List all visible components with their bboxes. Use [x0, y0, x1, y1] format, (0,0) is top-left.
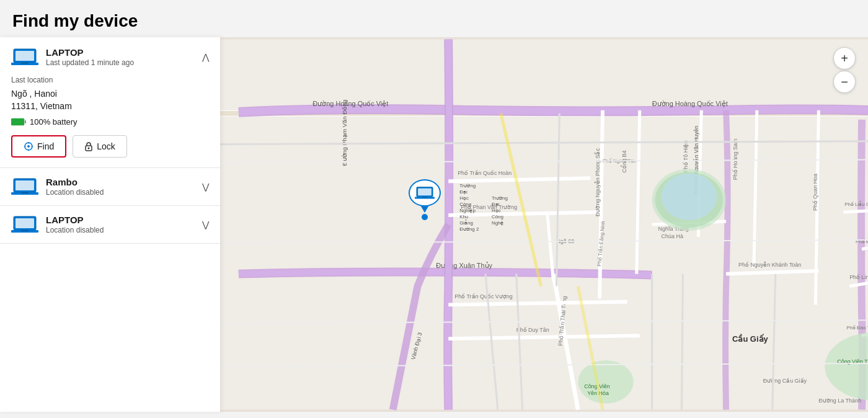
page-header: Find my device: [0, 0, 868, 37]
action-buttons: Find Lock: [11, 135, 209, 158]
svg-text:Phố Đào Tấn: Phố Đào Tấn: [846, 325, 868, 331]
zoom-in-button[interactable]: +: [833, 47, 856, 69]
svg-point-14: [88, 148, 90, 149]
svg-text:Phố Tô Hiệu: Phố Tô Hiệu: [683, 141, 689, 173]
map-svg: Đường Hoàng Quốc Việt Đường Hoàng Quốc V…: [220, 37, 868, 412]
svg-text:Giảng: Giảng: [459, 220, 473, 226]
find-location-icon: [24, 141, 33, 151]
marker-tail: [420, 205, 429, 213]
device-card-rambo[interactable]: Rambo Location disabled ⋁: [0, 168, 220, 206]
svg-text:Học: Học: [492, 208, 501, 213]
svg-text:Chùa Hà: Chùa Hà: [662, 233, 683, 239]
svg-text:Phố Nguyễn Khánh Toàn: Phố Nguyễn Khánh Toàn: [738, 262, 801, 268]
lock-button[interactable]: Lock: [73, 135, 127, 158]
laptop-icon-rambo: [11, 177, 38, 197]
laptop-icon: [11, 47, 38, 67]
zoom-out-button[interactable]: −: [833, 71, 856, 93]
svg-text:Phố Hoàng Sam: Phố Hoàng Sam: [732, 139, 738, 180]
svg-text:Học: Học: [459, 195, 469, 201]
marker-bubble: [409, 179, 441, 207]
svg-rect-120: [418, 189, 432, 196]
chevron-up-icon[interactable]: ⋀: [202, 52, 209, 62]
svg-text:Công: Công: [492, 214, 503, 220]
svg-rect-1: [16, 51, 34, 61]
svg-rect-3: [21, 63, 29, 64]
chevron-down-icon-rambo[interactable]: ⋁: [202, 182, 209, 192]
device-card-laptop-2[interactable]: LAPTOP Location disabled ⋁: [0, 206, 220, 244]
svg-text:Phố Duy Tân: Phố Duy Tân: [516, 327, 549, 333]
svg-text:Đường Cầu Giấy: Đường Cầu Giấy: [763, 378, 807, 384]
svg-text:Trường: Trường: [492, 195, 508, 201]
svg-text:Cầu Giấy: Cầu Giấy: [732, 334, 768, 344]
svg-point-75: [662, 173, 717, 220]
device-status-laptop-2: Location disabled: [46, 226, 104, 234]
svg-text:Khu: Khu: [459, 214, 468, 220]
svg-text:Trường: Trường: [459, 183, 476, 189]
laptop-icon-2: [11, 215, 38, 234]
svg-rect-23: [220, 39, 868, 409]
svg-line-60: [862, 248, 868, 249]
last-location-label: Last location: [11, 76, 209, 84]
device-card-header-laptop-main[interactable]: LAPTOP Last updated 1 minute ago ⋀: [11, 47, 209, 67]
device-map-marker: [409, 179, 441, 220]
device-name-laptop-main: LAPTOP: [46, 47, 134, 58]
location-address: Ngõ , Hanoi 11311, Vietnam: [11, 88, 209, 112]
svg-text:Đường La Thành: Đường La Thành: [818, 398, 861, 404]
map-area[interactable]: Đường Hoàng Quốc Việt Đường Hoàng Quốc V…: [220, 37, 868, 412]
svg-text:Phố Liễu Giai: Phố Liễu Giai: [844, 201, 868, 207]
device-list-sidebar: LAPTOP Last updated 1 minute ago ⋀ Last …: [0, 37, 220, 412]
battery-row: 100% battery: [11, 117, 209, 127]
svg-text:Phố Linh Lang: Phố Linh Lang: [849, 274, 868, 280]
lock-icon: [84, 141, 93, 151]
device-status-rambo: Location disabled: [46, 188, 104, 197]
device-name-laptop-2: LAPTOP: [46, 215, 104, 225]
chevron-down-icon-laptop-2[interactable]: ⋁: [202, 220, 209, 229]
svg-rect-22: [21, 230, 29, 231]
svg-rect-18: [21, 192, 29, 193]
svg-line-62: [843, 211, 868, 212]
marker-laptop-icon: [415, 185, 435, 200]
svg-text:Đường Phạm Văn Đồng: Đường Phạm Văn Đồng: [341, 100, 348, 166]
find-button[interactable]: Find: [11, 135, 66, 158]
svg-rect-20: [16, 218, 34, 228]
svg-text:Đại: Đại: [459, 189, 467, 195]
svg-rect-6: [25, 120, 26, 123]
svg-line-110: [681, 274, 683, 410]
svg-point-8: [27, 145, 30, 148]
marker-dot: [422, 214, 428, 220]
svg-text:Phố Trần Quốc Hoàn: Phố Trần Quốc Hoàn: [458, 170, 512, 176]
svg-text:Nghệ: Nghệ: [492, 220, 504, 226]
device-status-laptop-main: Last updated 1 minute ago: [46, 58, 134, 67]
device-card-laptop-main: LAPTOP Last updated 1 minute ago ⋀ Last …: [0, 37, 220, 168]
svg-point-72: [578, 360, 634, 404]
svg-text:Đường Hoàng Quốc Việt: Đường Hoàng Quốc Việt: [652, 100, 728, 108]
svg-text:Đường Nguyễn Phong Sắc: Đường Nguyễn Phong Sắc: [594, 148, 601, 216]
svg-rect-16: [16, 180, 34, 190]
device-details-laptop-main: Last location Ngõ , Hanoi 11311, Vietnam: [11, 76, 209, 158]
svg-rect-5: [12, 119, 23, 125]
svg-text:Đại: Đại: [492, 202, 500, 207]
svg-text:Đường Hoàng Quốc Việt: Đường Hoàng Quốc Việt: [312, 100, 388, 108]
svg-text:Phố Trần Quốc Vượng: Phố Trần Quốc Vượng: [454, 293, 513, 300]
svg-text:Nghiệp: Nghiệp: [459, 208, 476, 213]
svg-text:Đường 2: Đường 2: [459, 226, 479, 232]
svg-text:Công: Công: [459, 202, 471, 207]
battery-label: 100% battery: [30, 117, 78, 127]
main-content: LAPTOP Last updated 1 minute ago ⋀ Last …: [0, 37, 868, 412]
page-title: Find my device: [12, 11, 856, 31]
battery-icon: [11, 118, 26, 126]
svg-text:Phố Quan Hoa: Phố Quan Hoa: [812, 174, 818, 211]
device-name-rambo: Rambo: [46, 177, 104, 187]
map-controls: + −: [833, 47, 856, 93]
svg-rect-122: [422, 197, 428, 198]
